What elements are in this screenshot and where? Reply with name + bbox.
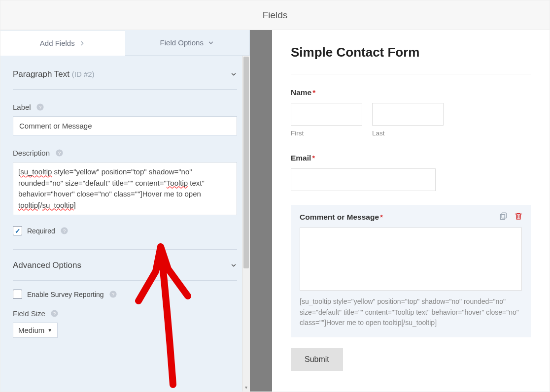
last-sublabel: Last — [372, 130, 444, 137]
help-icon[interactable]: ? — [36, 102, 45, 111]
required-asterisk: * — [312, 154, 315, 162]
svg-text:?: ? — [112, 292, 115, 297]
svg-text:?: ? — [53, 311, 56, 316]
field-size-value: Medium — [18, 326, 44, 334]
field-name: Name* First Last — [291, 88, 531, 137]
dropdown-icon: ▼ — [47, 327, 52, 333]
required-asterisk: * — [380, 213, 383, 221]
trash-icon[interactable] — [514, 212, 523, 221]
header-title: Fields — [263, 10, 288, 21]
label-row: Label ? — [13, 102, 237, 111]
advanced-title: Advanced Options — [13, 261, 81, 270]
duplicate-icon[interactable] — [499, 212, 508, 221]
svg-text:?: ? — [39, 104, 42, 110]
scrollbar[interactable]: ▾ — [242, 56, 250, 392]
survey-label: Enable Survey Reporting — [27, 291, 104, 298]
section-advanced-options[interactable]: Advanced Options — [13, 250, 237, 281]
help-icon[interactable]: ? — [60, 227, 69, 235]
form-title: Simple Contact Form — [291, 45, 531, 74]
label-title: Label — [13, 103, 31, 111]
chevron-right-icon — [79, 40, 86, 47]
first-sublabel: First — [291, 130, 362, 137]
field-size-row: Field Size ? — [13, 309, 237, 318]
divider-strip — [250, 30, 272, 392]
field-size-label: Field Size — [13, 309, 45, 318]
tab-field-options[interactable]: Field Options — [125, 30, 250, 56]
email-label: Email* — [291, 154, 531, 163]
tab-add-fields-label: Add Fields — [40, 39, 75, 47]
chevron-down-icon — [207, 39, 214, 46]
chevron-down-icon — [230, 262, 237, 269]
tab-field-options-label: Field Options — [160, 38, 204, 47]
tab-add-fields[interactable]: Add Fields — [0, 30, 125, 56]
description-row: Description ? — [13, 148, 237, 157]
help-icon[interactable]: ? — [109, 290, 118, 299]
required-label: Required — [27, 227, 55, 235]
help-icon[interactable]: ? — [55, 148, 64, 157]
scrollbar-thumb[interactable] — [243, 57, 249, 268]
scroll-down-icon[interactable]: ▾ — [242, 383, 250, 392]
svg-rect-10 — [502, 213, 506, 218]
comment-textarea[interactable] — [300, 228, 522, 291]
description-textarea[interactable]: [su_tooltip style="yellow" position="top… — [13, 162, 237, 215]
section-title-text: Paragraph Text — [13, 69, 69, 79]
last-name-input[interactable] — [372, 103, 444, 126]
section-paragraph-text[interactable]: Paragraph Text (ID #2) — [13, 56, 237, 90]
name-label: Name* — [291, 88, 531, 97]
help-icon[interactable]: ? — [50, 309, 59, 318]
svg-text:?: ? — [63, 228, 66, 233]
submit-button[interactable]: Submit — [291, 348, 343, 371]
email-input[interactable] — [291, 168, 436, 191]
comment-description: [su_tooltip style="yellow" position="top… — [300, 296, 522, 328]
section-id: (ID #2) — [72, 70, 95, 78]
description-title: Description — [13, 149, 50, 157]
label-input[interactable] — [13, 116, 237, 135]
required-row: Required ? — [13, 226, 237, 250]
form-preview: Simple Contact Form Name* First Last — [272, 30, 550, 392]
header-bar: Fields — [0, 0, 550, 30]
submit-label: Submit — [305, 355, 329, 364]
survey-checkbox[interactable] — [13, 290, 22, 299]
tabs: Add Fields Field Options — [0, 30, 250, 56]
required-asterisk: * — [312, 88, 315, 97]
chevron-down-icon — [230, 71, 237, 78]
svg-text:?: ? — [58, 150, 61, 156]
field-options-panel: Paragraph Text (ID #2) Label ? Descripti… — [0, 56, 250, 392]
field-email: Email* — [291, 154, 531, 191]
comment-label: Comment or Message* — [300, 213, 522, 222]
section-title: Paragraph Text (ID #2) — [13, 69, 95, 79]
first-name-input[interactable] — [291, 103, 362, 126]
svg-rect-11 — [500, 214, 505, 220]
required-checkbox[interactable] — [13, 226, 22, 235]
field-size-select[interactable]: Medium ▼ — [13, 323, 58, 338]
field-comment-selected[interactable]: Comment or Message* [su_tooltip style="y… — [291, 205, 531, 337]
survey-row: Enable Survey Reporting ? — [13, 290, 237, 302]
